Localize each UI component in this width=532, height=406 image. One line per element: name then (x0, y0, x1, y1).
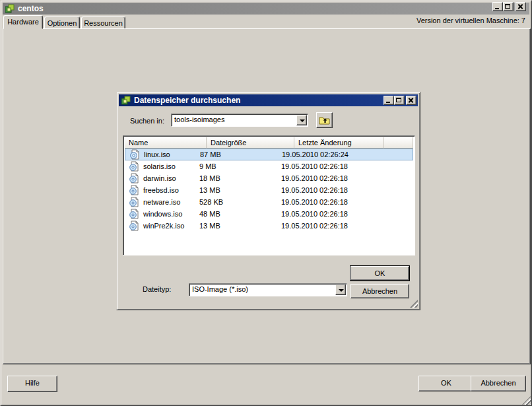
file-row-netware[interactable]: netware.iso 528 KB 19.05.2010 02:26:18 (125, 196, 413, 208)
file-type-label: Dateityp: (143, 285, 171, 293)
dialog-close-icon[interactable] (406, 96, 416, 105)
iso-file-icon (129, 149, 140, 160)
minimize-icon[interactable] (492, 2, 503, 11)
close-icon[interactable] (515, 2, 526, 11)
column-header-name[interactable]: Name (125, 137, 207, 149)
dialog-title: Datenspeicher durchsuchen (134, 96, 240, 105)
iso-file-icon (129, 197, 139, 207)
file-row-windows[interactable]: windows.iso 48 MB 19.05.2010 02:26:18 (125, 208, 413, 220)
tab-optionen[interactable]: Optionen (44, 17, 80, 29)
window-resize-grip[interactable] (522, 396, 531, 405)
dialog-titlebar[interactable]: Datenspeicher durchsuchen (119, 94, 418, 106)
iso-file-icon (129, 209, 139, 219)
folder-up-icon (319, 115, 330, 125)
window-title: centos (18, 4, 44, 13)
file-row-freebsd[interactable]: freebsd.iso 13 MB 19.05.2010 02:26:18 (125, 184, 413, 196)
settings-ok-button[interactable]: OK (418, 376, 474, 391)
dialog-maximize-icon[interactable] (394, 96, 405, 105)
iso-file-icon (129, 173, 139, 184)
chevron-down-icon[interactable] (335, 285, 346, 295)
file-row-solaris[interactable]: solaris.iso 9 MB 19.05.2010 02:26:18 (125, 160, 413, 172)
help-button[interactable]: Hilfe (7, 376, 57, 392)
iso-file-icon (129, 185, 139, 195)
file-type-combobox[interactable]: ISO-Image (*.iso) (189, 283, 347, 296)
file-list: Name Dateigröße Letzte Änderung linux.is… (123, 135, 415, 255)
vm-version-label: Version der virtuellen Maschine: 7 (416, 17, 525, 24)
dialog-minimize-icon[interactable] (383, 96, 394, 105)
dialog-cancel-button[interactable]: Abbrechen (350, 284, 409, 298)
file-row-linux[interactable]: linux.iso 87 MB 19.05.2010 02:26:24 (125, 149, 413, 160)
datastore-browse-dialog: Datenspeicher durchsuchen Suchen in: too… (116, 92, 420, 310)
vmware-app-icon (5, 4, 15, 13)
look-in-combobox[interactable]: tools-isoimages (171, 114, 308, 127)
column-header-modified[interactable]: Letzte Änderung (294, 137, 384, 149)
tab-ressourcen[interactable]: Ressourcen (81, 17, 125, 29)
look-in-label: Suchen in: (130, 117, 164, 125)
up-one-level-button[interactable] (316, 112, 333, 128)
settings-cancel-button[interactable]: Abbrechen (471, 376, 526, 391)
column-header-filler (384, 137, 413, 149)
dialog-ok-button[interactable]: OK (350, 266, 409, 281)
tab-hardware[interactable]: Hardware (3, 15, 43, 29)
maximize-icon[interactable] (503, 2, 514, 11)
iso-file-icon (129, 161, 139, 172)
file-list-header: Name Dateigröße Letzte Änderung (125, 137, 413, 149)
column-header-size[interactable]: Dateigröße (207, 137, 294, 149)
iso-file-icon (129, 220, 139, 231)
file-row-winpre2k[interactable]: winPre2k.iso 13 MB 19.05.2010 02:26:18 (125, 220, 413, 232)
file-row-darwin[interactable]: darwin.iso 18 MB 19.05.2010 02:26:18 (125, 172, 413, 184)
vmware-dialog-icon (121, 96, 131, 105)
window-titlebar[interactable]: centos (3, 3, 529, 15)
chevron-down-icon[interactable] (296, 115, 307, 125)
dialog-resize-grip[interactable] (410, 300, 418, 308)
